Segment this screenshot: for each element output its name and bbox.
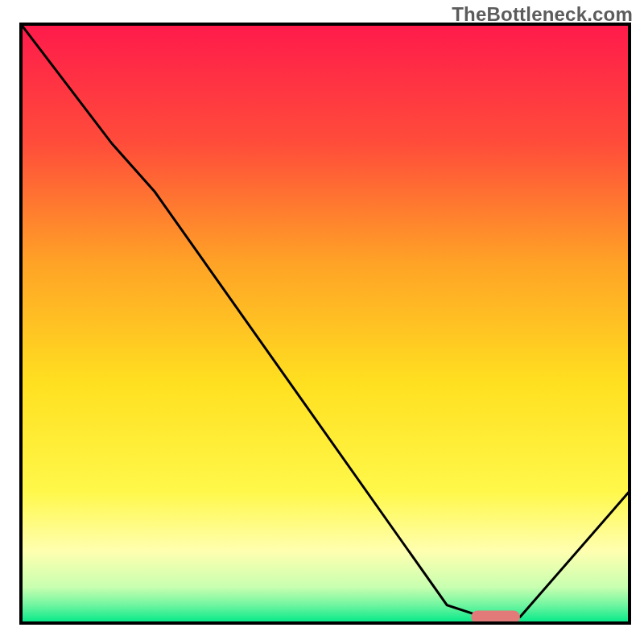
chart-container: TheBottleneck.com <box>0 0 644 644</box>
watermark-text: TheBottleneck.com <box>452 3 633 26</box>
bottleneck-chart <box>0 0 644 644</box>
plot-background <box>21 24 630 623</box>
